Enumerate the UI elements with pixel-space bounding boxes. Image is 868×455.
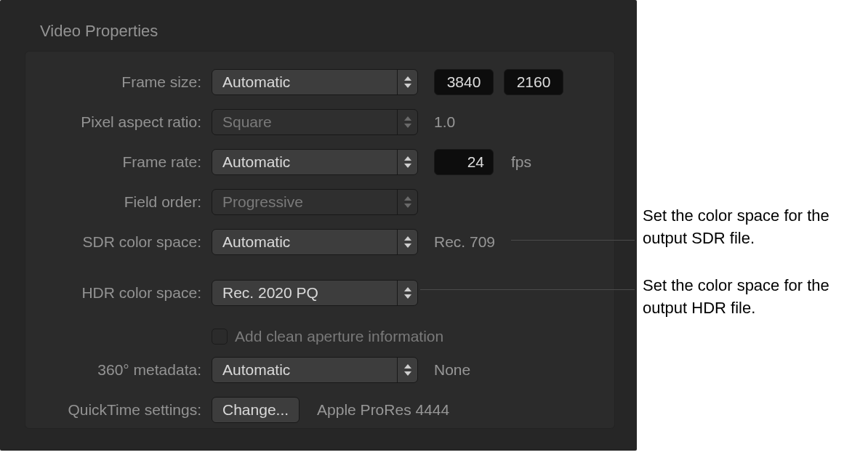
field-order-label: Field order: [25,193,212,211]
popup-stepper-icon [397,230,417,254]
row-frame-size: Frame size: Automatic 3840 2160 [25,66,614,98]
frame-size-width-field[interactable]: 3840 [434,69,494,95]
row-field-order: Field order: Progressive [25,186,614,218]
frame-size-label: Frame size: [25,73,212,91]
popup-stepper-icon [397,110,417,134]
row-sdr-color-space: SDR color space: Automatic Rec. 709 [25,226,614,258]
popup-stepper-icon [397,150,417,174]
hdr-color-space-popup[interactable]: Rec. 2020 PQ [212,280,418,306]
row-clean-aperture: Add clean aperture information [25,321,614,353]
frame-rate-popup-value: Automatic [222,153,290,171]
hdr-color-space-label: HDR color space: [25,284,212,302]
popup-stepper-icon [397,281,417,305]
hdr-color-space-popup-value: Rec. 2020 PQ [222,284,318,302]
clean-aperture-checkbox[interactable] [212,329,228,345]
frame-size-popup[interactable]: Automatic [212,69,418,95]
frame-rate-field[interactable]: 24 [434,149,494,175]
sdr-color-space-popup[interactable]: Automatic [212,229,418,255]
field-order-popup[interactable]: Progressive [212,189,418,215]
metadata-360-value: None [434,361,470,379]
frame-rate-label: Frame rate: [25,153,212,171]
pixel-aspect-ratio-value: 1.0 [434,113,455,131]
popup-stepper-icon [397,190,417,214]
quicktime-settings-label: QuickTime settings: [25,401,212,419]
row-quicktime-settings: QuickTime settings: Change... Apple ProR… [25,394,614,426]
frame-rate-unit: fps [511,153,531,171]
section-title: Video Properties [40,22,158,41]
sdr-color-space-popup-value: Automatic [222,233,290,251]
frame-size-popup-value: Automatic [222,73,290,91]
annotation-hdr: Set the color space for the output HDR f… [643,275,861,320]
popup-stepper-icon [397,70,417,94]
metadata-360-popup[interactable]: Automatic [212,357,418,383]
field-order-popup-value: Progressive [222,193,303,211]
frame-rate-popup[interactable]: Automatic [212,149,418,175]
clean-aperture-label: Add clean aperture information [235,328,443,345]
video-properties-panel: Video Properties Frame size: Automatic 3… [0,0,637,451]
sdr-color-space-label: SDR color space: [25,233,212,251]
quicktime-codec-value: Apple ProRes 4444 [317,401,449,419]
row-frame-rate: Frame rate: Automatic 24 fps [25,146,614,178]
row-hdr-color-space: HDR color space: Rec. 2020 PQ [25,277,614,309]
pixel-aspect-ratio-popup-value: Square [222,113,272,131]
metadata-360-popup-value: Automatic [222,361,290,379]
callout-line-hdr [420,289,635,290]
row-pixel-aspect-ratio: Pixel aspect ratio: Square 1.0 [25,106,614,138]
quicktime-change-button[interactable]: Change... [212,397,300,423]
frame-size-height-field[interactable]: 2160 [504,69,563,95]
annotation-sdr: Set the color space for the output SDR f… [643,205,861,250]
callout-line-sdr [511,240,635,241]
sdr-color-space-value: Rec. 709 [434,233,495,251]
pixel-aspect-ratio-popup[interactable]: Square [212,109,418,135]
metadata-360-label: 360° metadata: [25,361,212,379]
row-360-metadata: 360° metadata: Automatic None [25,354,614,386]
popup-stepper-icon [397,358,417,382]
pixel-aspect-ratio-label: Pixel aspect ratio: [25,113,212,131]
